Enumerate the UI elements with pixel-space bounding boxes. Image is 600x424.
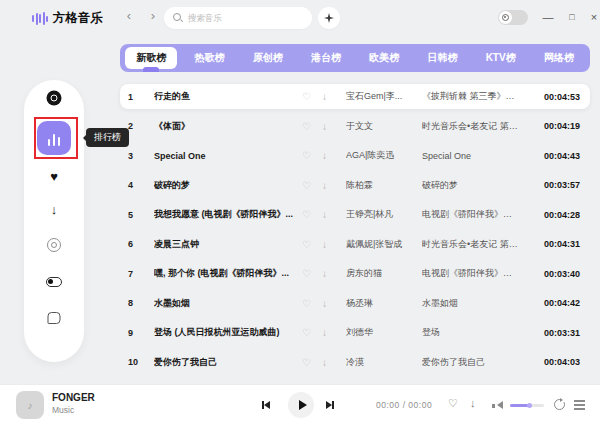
play-button[interactable] — [288, 392, 314, 418]
sidebar-item-music-disc-icon[interactable] — [47, 91, 62, 106]
chart-tab[interactable]: 原创榜 — [239, 44, 297, 72]
song-title: 爱你伤了我自己 — [154, 356, 302, 369]
song-row[interactable]: 6 凌晨三点钟 ♡ ↓ 戴佩妮|张智成 时光音乐会•老友记 第2期 00:04:… — [120, 232, 590, 257]
sidebar-item-downloads-icon[interactable]: ↓ — [51, 203, 58, 216]
song-duration: 00:04:03 — [524, 357, 580, 367]
song-duration: 00:03:40 — [524, 269, 580, 279]
close-button[interactable]: × — [586, 9, 600, 25]
download-icon[interactable]: ↓ — [322, 180, 346, 191]
song-duration: 00:04:42 — [524, 298, 580, 308]
song-title: 嘿, 那个你 (电视剧《骄阳伴我》... — [154, 267, 302, 280]
song-row[interactable]: 9 登场 (人民日报杭州亚运助威曲) ♡ ↓ 刘德华 登场 00:03:31 — [120, 320, 590, 345]
player-bar: ♪ FONGER Music 00:00 / 00:00 ♡ ↓ — [0, 384, 600, 424]
sparkle-icon — [324, 13, 334, 23]
like-icon[interactable]: ♡ — [302, 357, 322, 368]
song-row[interactable]: 2 《体面》 ♡ ↓ 于文文 时光音乐会•老友记 第1期 00:04:19 — [120, 114, 590, 139]
search-input[interactable] — [188, 13, 303, 23]
song-duration: 00:04:28 — [524, 210, 580, 220]
chart-tab-label: 港台榜 — [311, 51, 341, 65]
like-icon[interactable]: ♡ — [302, 268, 322, 279]
song-rank: 6 — [128, 239, 154, 249]
chart-tab[interactable]: 新歌榜 — [122, 44, 180, 72]
player-track-subtitle: Music — [52, 405, 74, 415]
song-row[interactable]: 7 嘿, 那个你 (电视剧《骄阳伴我》... ♡ ↓ 房东的猫 电视剧《骄阳伴我… — [120, 261, 590, 286]
download-icon[interactable]: ↓ — [322, 298, 346, 309]
chart-tab[interactable]: 港台榜 — [297, 44, 355, 72]
song-album: 破碎的梦 — [422, 179, 524, 192]
chart-tab[interactable]: 网络榜 — [530, 44, 588, 72]
player-like-icon[interactable]: ♡ — [448, 397, 458, 410]
theme-toggle[interactable] — [498, 10, 528, 25]
sidebar-item-rankings-button[interactable] — [37, 121, 71, 155]
like-icon[interactable]: ♡ — [302, 298, 322, 309]
repeat-icon[interactable] — [554, 399, 565, 410]
search-box[interactable] — [164, 7, 312, 29]
like-icon[interactable]: ♡ — [302, 209, 322, 220]
song-rank: 7 — [128, 269, 154, 279]
download-icon[interactable]: ↓ — [322, 91, 346, 102]
download-icon[interactable]: ↓ — [322, 121, 346, 132]
song-album: 时光音乐会•老友记 第1期 — [422, 120, 524, 133]
song-album: Special One — [422, 151, 524, 161]
chart-tabs: 新歌榜 热歌榜 原创榜 港台榜 欧美榜 日韩榜 KTV榜 网络榜 — [120, 44, 590, 72]
chart-tab-label: KTV榜 — [486, 51, 516, 65]
download-icon[interactable]: ↓ — [322, 150, 346, 161]
song-row[interactable]: 10 爱你伤了我自己 ♡ ↓ 冷漠 爱你伤了我自己 00:04:03 — [120, 350, 590, 375]
volume-speaker-icon[interactable] — [492, 401, 503, 410]
song-row[interactable]: 1 行走的鱼 ♡ ↓ 宝石Gem|李... 《披荆斩棘 第三季》第4期 00:0… — [120, 84, 590, 109]
sidebar-item-favorites-heart-icon[interactable]: ♥ — [50, 170, 58, 183]
song-artist: 王铮亮|林凡 — [346, 208, 422, 221]
sidebar-item-history-icon[interactable] — [47, 238, 61, 252]
song-row[interactable]: 8 水墨如烟 ♡ ↓ 杨丞琳 水墨如烟 00:04:42 — [120, 291, 590, 316]
nav-back-button[interactable]: ‹ — [122, 8, 136, 23]
player-download-icon[interactable]: ↓ — [470, 397, 476, 409]
song-row[interactable]: 3 Special One ♡ ↓ AGA|陈奕迅 Special One 00… — [120, 143, 590, 168]
song-album: 《披荆斩棘 第三季》第4期 — [422, 90, 524, 103]
play-icon — [299, 400, 307, 410]
song-title: 凌晨三点钟 — [154, 238, 302, 251]
download-icon[interactable]: ↓ — [322, 357, 346, 368]
song-artist: 戴佩妮|张智成 — [346, 238, 422, 251]
next-track-button[interactable] — [326, 401, 334, 409]
download-icon[interactable]: ↓ — [322, 327, 346, 338]
download-icon[interactable]: ↓ — [322, 268, 346, 279]
download-icon[interactable]: ↓ — [322, 209, 346, 220]
chart-tab[interactable]: 热歌榜 — [180, 44, 238, 72]
song-duration: 00:04:19 — [524, 121, 580, 131]
chart-tab[interactable]: 欧美榜 — [355, 44, 413, 72]
like-icon[interactable]: ♡ — [302, 91, 322, 102]
sidebar-item-feedback-icon[interactable] — [48, 312, 61, 324]
chart-tab[interactable]: 日韩榜 — [413, 44, 471, 72]
song-title: 登场 (人民日报杭州亚运助威曲) — [154, 326, 302, 339]
song-row[interactable]: 5 我想我愿意 (电视剧《骄阳伴我》... ♡ ↓ 王铮亮|林凡 电视剧《骄阳伴… — [120, 202, 590, 227]
download-icon[interactable]: ↓ — [322, 239, 346, 250]
maximize-button[interactable]: □ — [564, 9, 580, 25]
ai-sparkle-button[interactable] — [318, 7, 340, 29]
song-title: 行走的鱼 — [154, 90, 302, 103]
chart-tab[interactable]: KTV榜 — [472, 44, 530, 72]
previous-track-button[interactable] — [262, 401, 270, 409]
playlist-queue-icon[interactable] — [574, 400, 585, 402]
song-rank: 8 — [128, 298, 154, 308]
like-icon[interactable]: ♡ — [302, 239, 322, 250]
song-album: 电视剧《骄阳伴我》影视原声大碟 — [422, 208, 524, 221]
like-icon[interactable]: ♡ — [302, 327, 322, 338]
like-icon[interactable]: ♡ — [302, 121, 322, 132]
like-icon[interactable]: ♡ — [302, 180, 322, 191]
song-row[interactable]: 4 破碎的梦 ♡ ↓ 陈柏霖 破碎的梦 00:03:57 — [120, 173, 590, 198]
song-rank: 4 — [128, 180, 154, 190]
song-rank: 3 — [128, 151, 154, 161]
song-duration: 00:03:31 — [524, 328, 580, 338]
player-track-title: FONGER — [52, 392, 95, 403]
song-album: 水墨如烟 — [422, 297, 524, 310]
minimize-button[interactable]: — — [540, 9, 556, 25]
nav-forward-button[interactable]: › — [146, 8, 160, 23]
like-icon[interactable]: ♡ — [302, 150, 322, 161]
song-album: 登场 — [422, 326, 524, 339]
song-title: 水墨如烟 — [154, 297, 302, 310]
sidebar-item-toggle-icon[interactable] — [46, 277, 62, 287]
chart-tab-label: 热歌榜 — [194, 51, 224, 65]
volume-slider[interactable] — [510, 404, 544, 407]
time-display: 00:00 / 00:00 — [376, 400, 432, 410]
song-artist: 冷漠 — [346, 356, 422, 369]
